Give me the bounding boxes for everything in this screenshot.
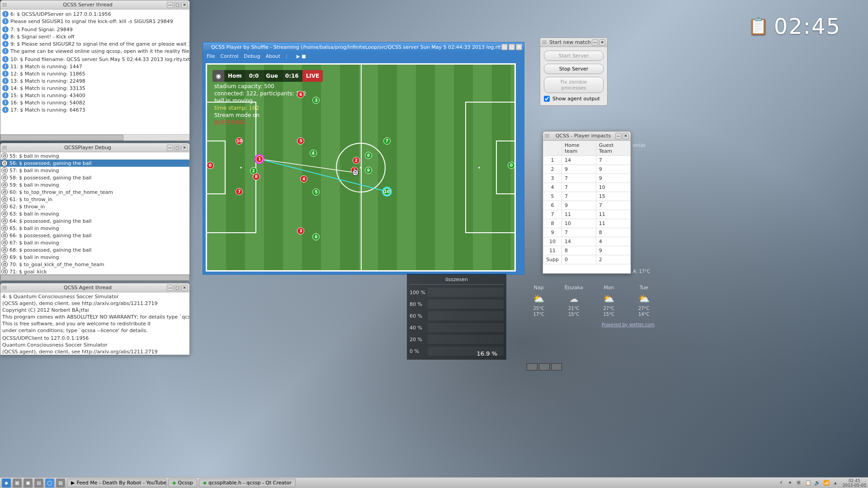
activity-icon[interactable]: ▦ xyxy=(13,479,22,488)
log-line[interactable]: i7: $ Found Signal: 29849 xyxy=(1,26,189,33)
log-line[interactable]: ⚽64: $ possessed, gaining the ball xyxy=(0,217,189,225)
log-line[interactable]: i10: $ Found filename: QCSS server Sun M… xyxy=(1,56,189,63)
minimize-button[interactable]: — xyxy=(167,285,173,291)
log-line[interactable]: i9: $ Please send SIGUSR2 to signal the … xyxy=(1,40,189,47)
battery-icon[interactable]: ⚡ xyxy=(778,479,785,487)
player-red-7[interactable]: 7 xyxy=(236,188,243,195)
player-green-6[interactable]: 6 xyxy=(312,233,320,240)
log-line[interactable]: ⚽57: $ ball in moving xyxy=(0,167,189,174)
maximize-button[interactable]: ▢ xyxy=(174,285,180,291)
log-line[interactable]: i8: $ Signal sent! - Kick off xyxy=(1,33,189,40)
log-line[interactable]: ⚽68: $ possessed, gaining the ball xyxy=(0,246,189,253)
menu-file[interactable]: File xyxy=(207,53,215,59)
log-line[interactable]: ⚽59: $ ball in moving xyxy=(0,181,189,188)
start-server-button[interactable]: Start Server xyxy=(544,51,604,61)
task-item[interactable]: ◆qcsspltable.h - qcssp - Qt Creator xyxy=(199,479,296,487)
debug-log[interactable]: ⚽55: $ ball in moving⚽56: $ possessed, g… xyxy=(0,152,189,274)
player-green-9[interactable]: 9 xyxy=(365,167,372,174)
shield-icon[interactable]: ⛨ xyxy=(796,479,803,487)
browser-icon[interactable]: ◯ xyxy=(45,479,54,488)
maximize-button[interactable]: ▢ xyxy=(174,145,180,151)
log-line[interactable]: ⚽67: $ ball in moving xyxy=(0,239,189,246)
log-line[interactable]: iThe game can be viewed online using qcs… xyxy=(1,47,189,55)
log-line[interactable]: iPlease send SIGUSR1 to signal the kick-… xyxy=(1,18,189,25)
player-green-7[interactable]: 7 xyxy=(383,137,391,145)
log-line[interactable]: ⚽65: $ ball in moving xyxy=(0,225,189,232)
log-line[interactable]: i6: $ QCSS/UDPServer on 127.0.0.1:1956 xyxy=(1,10,189,18)
titlebar[interactable]: QCSS - Player impacts — ✕ xyxy=(543,131,631,141)
play-icon[interactable]: ▶ xyxy=(297,54,300,59)
log-line[interactable]: i13: $ Match is running: 22498 xyxy=(1,77,189,84)
player-red-10[interactable]: 10 xyxy=(236,137,243,145)
scrollbar-horizontal[interactable] xyxy=(0,274,189,281)
log-line[interactable]: i15: $ Match is running: 43400 xyxy=(1,92,189,99)
log-line[interactable]: i12: $ Match is running: 11865 xyxy=(1,70,189,77)
start-menu-icon[interactable]: ◆ xyxy=(2,479,11,488)
pager-box[interactable] xyxy=(539,363,550,371)
player-red-4[interactable]: 4 xyxy=(300,175,307,183)
log-line[interactable]: ⚽58: $ possessed, gaining the ball xyxy=(0,174,189,181)
chevron-up-icon[interactable]: ▴ xyxy=(832,479,839,487)
player-green-2[interactable]: 2 xyxy=(250,167,257,174)
weather-credit[interactable]: Powered by wetter.com xyxy=(528,322,655,327)
player-green-0[interactable]: 0 xyxy=(508,162,515,169)
player-red-6[interactable]: 6 xyxy=(297,91,304,98)
scrollbar-horizontal[interactable] xyxy=(0,134,189,141)
log-line[interactable]: ⚽55: $ ball in moving xyxy=(0,152,189,160)
player-red-2[interactable]: 2 xyxy=(353,157,360,164)
close-button[interactable]: ✕ xyxy=(181,145,188,151)
minimize-button[interactable]: — xyxy=(615,133,622,139)
close-button[interactable]: ✕ xyxy=(599,39,605,46)
app-icon[interactable]: ▧ xyxy=(56,479,65,488)
minimize-button[interactable]: — xyxy=(167,2,173,8)
log-line[interactable]: ⚽60: $ to_top_throw_in_of_the_home_team xyxy=(0,188,189,196)
clipboard-icon[interactable]: 📋 xyxy=(805,479,812,487)
log-line[interactable]: ⚽70: $ to_goal_kick_of_the_home_team xyxy=(0,261,189,268)
log-line[interactable]: ⚽56: $ possessed, gaining the ball xyxy=(0,160,189,167)
log-line[interactable]: i17: $ Match is running: 64673 xyxy=(1,106,189,113)
minimize-button[interactable]: — xyxy=(501,44,508,50)
log-line[interactable]: ⚽69: $ ball in moving xyxy=(0,253,189,261)
server-log[interactable]: i6: $ QCSS/UDPServer on 127.0.0.1:1956iP… xyxy=(0,9,189,134)
network-icon[interactable]: 📶 xyxy=(823,479,830,487)
pager-box[interactable] xyxy=(527,363,538,371)
titlebar[interactable]: QCSS Agent thread — ▢ ✕ xyxy=(0,283,189,292)
menu-about[interactable]: About xyxy=(265,53,280,59)
close-button[interactable]: ✕ xyxy=(623,133,629,139)
close-button[interactable]: ✕ xyxy=(181,285,188,291)
titlebar[interactable]: Start new match — ✕ xyxy=(540,38,607,47)
files-icon[interactable]: ▤ xyxy=(34,479,43,488)
player-red-5[interactable]: 5 xyxy=(297,137,304,145)
log-line[interactable]: ⚽62: $ throw_in xyxy=(0,203,189,210)
titlebar[interactable]: QCSSPlayer Debug — ▢ ✕ xyxy=(0,143,189,152)
player-red-3[interactable]: 3 xyxy=(297,227,304,235)
log-line[interactable]: i16: $ Match is running: 54082 xyxy=(1,99,189,106)
player-green-4[interactable]: 4 xyxy=(310,150,317,157)
soccer-field[interactable]: ◉ Hom 0:0 Gue 0:16 LIVE stadium capacity… xyxy=(206,63,516,272)
log-line[interactable]: ⚽71: $ goal_kick xyxy=(0,268,189,274)
minimize-button[interactable]: — xyxy=(167,145,173,151)
titlebar[interactable]: QCSS Server thread — ▢ ✕ xyxy=(0,0,189,9)
updates-icon[interactable]: ✦ xyxy=(787,479,794,487)
log-line[interactable]: ⚽66: $ possessed, gaining the ball xyxy=(0,232,189,239)
stop-icon[interactable]: ■ xyxy=(302,54,306,59)
volume-icon[interactable]: 🔊 xyxy=(814,479,821,487)
agent-log[interactable]: 4: $ Quantum Consciousness Soccer Simula… xyxy=(0,292,189,355)
close-button[interactable]: ✕ xyxy=(181,2,188,8)
log-line[interactable]: i11: $ Match is running: 1447 xyxy=(1,63,189,70)
fix-zombie-button[interactable]: Fix zombie processes xyxy=(544,77,604,93)
player-green-5[interactable]: 5 xyxy=(312,188,320,196)
task-item[interactable]: ◆Qcssp xyxy=(168,479,197,487)
log-line[interactable]: ⚽61: $ to_throw_in xyxy=(0,196,189,203)
stop-server-button[interactable]: Stop Server xyxy=(544,64,604,74)
player-green-10[interactable]: 10 xyxy=(383,188,391,195)
minimize-button[interactable]: — xyxy=(592,39,598,46)
terminal-icon[interactable]: ▣ xyxy=(24,479,33,488)
player-red-1[interactable]: 1 xyxy=(256,155,263,163)
close-button[interactable]: ✕ xyxy=(516,44,522,50)
checkbox-input[interactable] xyxy=(544,96,550,102)
tray-clock[interactable]: 02:45 2013-05-05 xyxy=(843,479,866,488)
menu-debug[interactable]: Debug xyxy=(244,53,260,59)
player-green-3[interactable]: 3 xyxy=(312,97,320,104)
pager-box[interactable] xyxy=(551,363,562,371)
